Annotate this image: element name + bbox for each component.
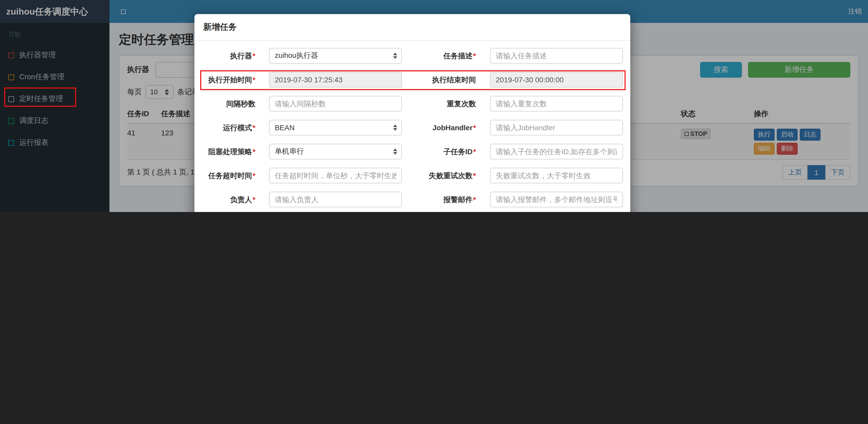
timeout-label: 任务超时时间* [200, 168, 255, 183]
required-asterisk: * [253, 75, 255, 84]
task-desc-label: 任务描述* [402, 48, 476, 64]
form-row-executor-desc: 执行器* zuihou执行器 任务描述* [200, 48, 623, 64]
child-job-label: 子任务ID* [402, 144, 476, 159]
form-row-block-childjob: 阻塞处理策略* 单机串行 子任务ID* [200, 144, 623, 159]
fail-retry-input[interactable] [490, 168, 623, 183]
block-strategy-label: 阻塞处理策略* [200, 144, 255, 159]
alarm-email-label: 报警邮件* [402, 192, 476, 207]
select-arrows-icon [393, 125, 397, 131]
run-mode-select-value: BEAN [275, 124, 294, 132]
form-row-owner-email: 负责人* 报警邮件* [200, 192, 623, 207]
alarm-email-input[interactable] [490, 192, 623, 207]
required-asterisk: * [473, 195, 476, 204]
start-time-input[interactable] [269, 72, 402, 88]
select-arrows-icon [393, 149, 397, 155]
required-asterisk: * [473, 124, 476, 132]
form-row-runmode-handler: 运行模式* BEAN JobHandler* [200, 120, 623, 135]
app-root: zuihou任务调度中心 注销 导航 执行器管理 Cron任务管理 定时任务管理 [0, 0, 868, 212]
start-time-label: 执行开始时间* [200, 72, 255, 88]
modal-title: 新增任务 [203, 22, 621, 33]
job-handler-input[interactable] [490, 120, 623, 135]
run-mode-select[interactable]: BEAN [269, 120, 402, 135]
modal-body: 执行器* zuihou执行器 任务描述* 执行开始时间* 执行结束时间 间隔秒数… [194, 41, 630, 212]
required-asterisk: * [473, 148, 476, 156]
required-asterisk: * [253, 171, 255, 180]
interval-label: 间隔秒数 [200, 96, 255, 111]
select-arrows-icon [393, 53, 397, 59]
executor-select-value: zuihou执行器 [275, 51, 318, 60]
run-mode-label: 运行模式* [200, 120, 255, 135]
required-asterisk: * [253, 52, 255, 60]
form-row-time-range: 执行开始时间* 执行结束时间 [200, 72, 623, 88]
modal-header: 新增任务 [194, 14, 630, 41]
owner-input[interactable] [269, 192, 402, 207]
executor-label: 执行器* [200, 48, 255, 64]
fail-retry-label: 失败重试次数* [402, 168, 476, 183]
child-job-input[interactable] [490, 144, 623, 159]
required-asterisk: * [473, 52, 476, 60]
required-asterisk: * [473, 171, 476, 180]
task-desc-input[interactable] [490, 48, 623, 64]
required-asterisk: * [253, 195, 255, 204]
executor-select[interactable]: zuihou执行器 [269, 48, 402, 64]
end-time-input[interactable] [490, 72, 623, 88]
owner-label: 负责人* [200, 192, 255, 207]
repeat-count-input[interactable] [490, 96, 623, 111]
add-task-modal: 新增任务 执行器* zuihou执行器 任务描述* 执行开始时间* 执行结束时间… [194, 14, 630, 212]
end-time-label: 执行结束时间 [402, 72, 476, 88]
job-handler-label: JobHandler* [402, 120, 476, 135]
block-strategy-select[interactable]: 单机串行 [269, 144, 402, 159]
required-asterisk: * [253, 148, 255, 156]
form-row-interval-repeat: 间隔秒数 重复次数 [200, 96, 623, 111]
required-asterisk: * [253, 124, 255, 132]
repeat-count-label: 重复次数 [402, 96, 476, 111]
interval-input[interactable] [269, 96, 402, 111]
timeout-input[interactable] [269, 168, 402, 183]
block-strategy-select-value: 单机串行 [275, 147, 304, 156]
form-row-timeout-retry: 任务超时时间* 失败重试次数* [200, 168, 623, 183]
